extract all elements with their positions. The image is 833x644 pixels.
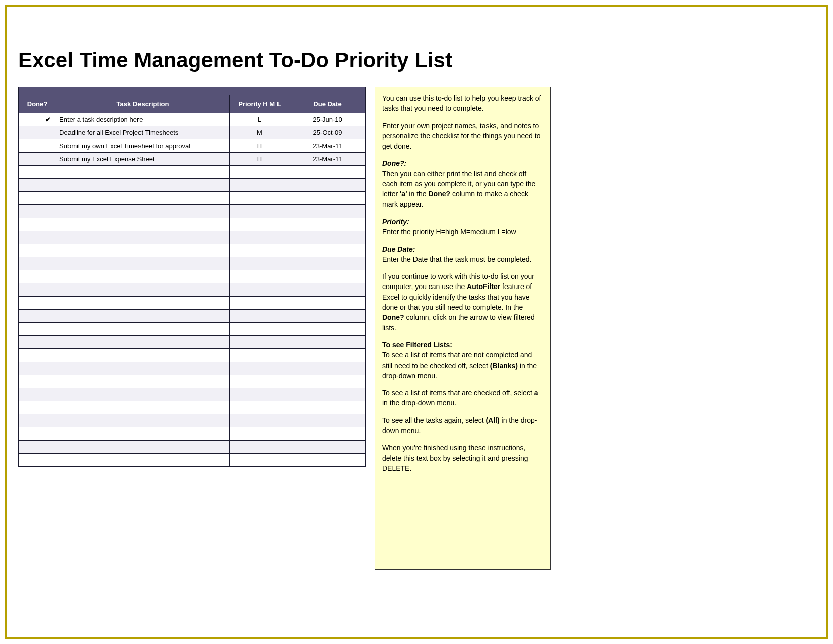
cell-done[interactable] — [19, 205, 56, 218]
cell-done[interactable] — [19, 270, 56, 283]
cell-due[interactable] — [290, 297, 366, 310]
cell-due[interactable] — [290, 362, 366, 375]
cell-task[interactable] — [56, 310, 230, 323]
cell-priority[interactable] — [230, 427, 290, 441]
cell-due[interactable] — [290, 388, 366, 401]
cell-done[interactable] — [19, 218, 56, 231]
cell-task[interactable] — [56, 231, 230, 244]
cell-priority[interactable] — [230, 205, 290, 218]
cell-task[interactable] — [56, 297, 230, 310]
cell-due[interactable] — [290, 323, 366, 336]
cell-priority[interactable]: M — [230, 126, 290, 139]
cell-task[interactable] — [56, 375, 230, 388]
cell-priority[interactable]: H — [230, 139, 290, 153]
cell-priority[interactable]: L — [230, 113, 290, 126]
cell-priority[interactable] — [230, 283, 290, 297]
cell-done[interactable] — [19, 454, 56, 467]
cell-done[interactable] — [19, 349, 56, 362]
cell-done[interactable] — [19, 427, 56, 441]
cell-done[interactable] — [19, 257, 56, 270]
cell-priority[interactable] — [230, 297, 290, 310]
cell-due[interactable] — [290, 283, 366, 297]
cell-done[interactable] — [19, 231, 56, 244]
cell-done[interactable] — [19, 166, 56, 179]
cell-priority[interactable] — [230, 179, 290, 192]
cell-priority[interactable] — [230, 388, 290, 401]
cell-due[interactable]: 23-Mar-11 — [290, 153, 366, 166]
cell-priority[interactable] — [230, 218, 290, 231]
cell-task[interactable]: Submit my Excel Expense Sheet — [56, 153, 230, 166]
cell-done[interactable] — [19, 153, 56, 166]
cell-priority[interactable] — [230, 323, 290, 336]
cell-due[interactable] — [290, 414, 366, 427]
cell-task[interactable] — [56, 401, 230, 414]
cell-due[interactable] — [290, 375, 366, 388]
cell-priority[interactable] — [230, 244, 290, 257]
cell-priority[interactable] — [230, 231, 290, 244]
cell-task[interactable] — [56, 362, 230, 375]
cell-task[interactable] — [56, 323, 230, 336]
cell-due[interactable] — [290, 218, 366, 231]
cell-priority[interactable] — [230, 414, 290, 427]
cell-task[interactable] — [56, 336, 230, 349]
cell-due[interactable] — [290, 179, 366, 192]
cell-due[interactable]: 23-Mar-11 — [290, 139, 366, 153]
cell-done[interactable] — [19, 441, 56, 454]
cell-due[interactable] — [290, 336, 366, 349]
cell-priority[interactable] — [230, 349, 290, 362]
cell-due[interactable] — [290, 427, 366, 441]
cell-task[interactable] — [56, 270, 230, 283]
cell-task[interactable] — [56, 218, 230, 231]
cell-done[interactable] — [19, 388, 56, 401]
cell-done[interactable]: ✔ — [19, 113, 56, 126]
cell-task[interactable] — [56, 244, 230, 257]
cell-priority[interactable] — [230, 270, 290, 283]
cell-priority[interactable] — [230, 454, 290, 467]
cell-task[interactable] — [56, 454, 230, 467]
cell-done[interactable] — [19, 336, 56, 349]
cell-done[interactable] — [19, 283, 56, 297]
cell-due[interactable] — [290, 454, 366, 467]
cell-due[interactable]: 25-Jun-10 — [290, 113, 366, 126]
cell-priority[interactable] — [230, 257, 290, 270]
cell-done[interactable] — [19, 414, 56, 427]
cell-done[interactable] — [19, 362, 56, 375]
cell-due[interactable] — [290, 310, 366, 323]
cell-task[interactable]: Enter a task description here — [56, 113, 230, 126]
cell-due[interactable] — [290, 166, 366, 179]
cell-due[interactable] — [290, 349, 366, 362]
cell-done[interactable] — [19, 401, 56, 414]
cell-due[interactable] — [290, 231, 366, 244]
cell-done[interactable] — [19, 375, 56, 388]
cell-due[interactable] — [290, 441, 366, 454]
header-done[interactable]: Done? — [19, 95, 56, 113]
cell-due[interactable] — [290, 192, 366, 205]
cell-due[interactable] — [290, 244, 366, 257]
cell-task[interactable] — [56, 205, 230, 218]
cell-priority[interactable]: H — [230, 153, 290, 166]
cell-task[interactable] — [56, 283, 230, 297]
cell-due[interactable] — [290, 401, 366, 414]
cell-due[interactable] — [290, 270, 366, 283]
cell-priority[interactable] — [230, 401, 290, 414]
cell-task[interactable] — [56, 179, 230, 192]
cell-priority[interactable] — [230, 362, 290, 375]
header-due[interactable]: Due Date — [290, 95, 366, 113]
cell-task[interactable] — [56, 441, 230, 454]
cell-done[interactable] — [19, 126, 56, 139]
header-task[interactable]: Task Description — [56, 95, 230, 113]
cell-done[interactable] — [19, 297, 56, 310]
cell-done[interactable] — [19, 179, 56, 192]
cell-due[interactable]: 25-Oct-09 — [290, 126, 366, 139]
cell-priority[interactable] — [230, 441, 290, 454]
cell-task[interactable] — [56, 388, 230, 401]
cell-done[interactable] — [19, 192, 56, 205]
cell-task[interactable]: Submit my own Excel Timesheet for approv… — [56, 139, 230, 153]
cell-priority[interactable] — [230, 375, 290, 388]
cell-due[interactable] — [290, 257, 366, 270]
cell-done[interactable] — [19, 139, 56, 153]
cell-done[interactable] — [19, 310, 56, 323]
cell-task[interactable] — [56, 414, 230, 427]
cell-task[interactable] — [56, 257, 230, 270]
cell-task[interactable]: Deadline for all Excel Project Timesheet… — [56, 126, 230, 139]
